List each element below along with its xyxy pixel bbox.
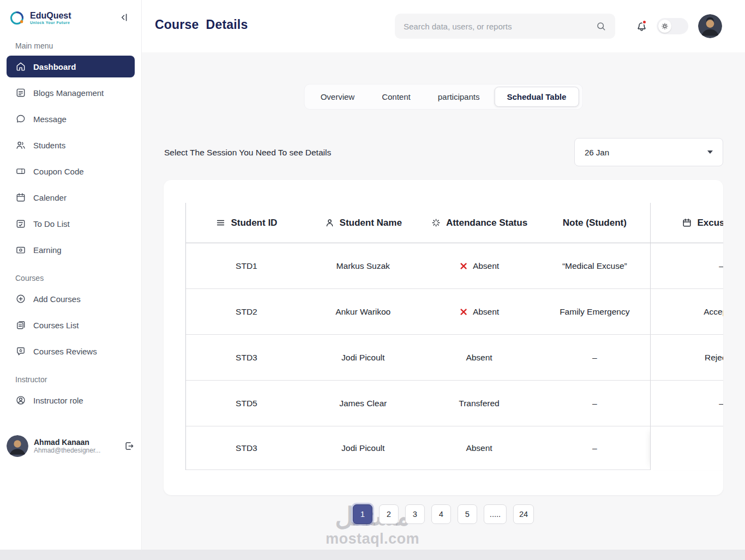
instructor-icon xyxy=(15,395,26,406)
student-name-cell: James Clear xyxy=(307,381,419,426)
tab-content[interactable]: Content xyxy=(369,87,423,107)
student-id-cell: STD5 xyxy=(186,381,307,426)
sidebar-item-label: Instructor role xyxy=(33,396,83,405)
attendance-status-cell: Absent xyxy=(419,335,539,381)
note-cell: – xyxy=(539,426,650,470)
excuse-status-cell: – xyxy=(650,381,723,426)
column-header-student-name: Student Name xyxy=(307,203,419,243)
search-icon[interactable] xyxy=(596,21,606,32)
sidebar-item-label: Calender xyxy=(33,193,67,202)
tab-participants[interactable]: participants xyxy=(425,87,492,107)
topbar: Course Details xyxy=(142,0,745,52)
sidebar-item-dashboard[interactable]: Dashboard xyxy=(7,56,135,77)
page-button-1[interactable]: 1 xyxy=(353,504,372,524)
table-row: STD2 Ankur Warikoo Absent Family Emergen… xyxy=(186,289,723,335)
page-button-2[interactable]: 2 xyxy=(379,504,399,524)
page-button-5[interactable]: 5 xyxy=(458,504,477,524)
message-icon xyxy=(15,113,26,124)
excuse-status-cell: – xyxy=(650,243,723,289)
table-row: STD3 Jodi Picoult Absent – Rejected xyxy=(186,335,723,381)
excuse-status-cell: Rejected xyxy=(650,335,723,381)
calendar-icon xyxy=(682,218,692,228)
sidebar-item-students[interactable]: Students xyxy=(7,134,135,156)
sidebar-item-label: Blogs Management xyxy=(33,88,104,98)
column-header-note: Note (Student) xyxy=(539,203,650,243)
sidebar-item-label: Courses Reviews xyxy=(33,347,97,356)
sidebar-item-label: Message xyxy=(33,115,67,124)
sidebar-collapse-button[interactable] xyxy=(117,11,130,24)
eduquest-logo-icon xyxy=(9,10,25,26)
courses-list-icon xyxy=(15,320,26,330)
sidebar-item-label: Dashboard xyxy=(33,62,76,71)
sidebar-item-coupon-code[interactable]: Coupon Code xyxy=(7,160,135,182)
sidebar-item-add-courses[interactable]: Add Courses xyxy=(7,288,135,310)
attendance-status-cell: Transfered xyxy=(419,381,539,426)
theme-toggle[interactable] xyxy=(657,18,688,34)
note-cell: Family Emergency xyxy=(539,289,650,335)
todo-list-icon xyxy=(15,218,26,229)
coupon-icon xyxy=(15,166,26,177)
sidebar-item-calender[interactable]: Calender xyxy=(7,186,135,208)
brand-tagline: Unlock Your Future xyxy=(30,21,71,25)
earning-icon xyxy=(15,244,26,255)
attendance-status-cell: Absent xyxy=(419,243,539,289)
attendance-status-cell: Absent xyxy=(419,426,539,470)
selected-session-date: 26 Jan xyxy=(585,148,609,157)
user-name: Ahmad Kanaan xyxy=(34,438,100,447)
tab-schedual-table[interactable]: Schedual Table xyxy=(494,87,579,107)
section-label-courses: Courses xyxy=(0,265,141,288)
section-label-instructor: Instructor xyxy=(0,366,141,389)
student-name-cell: Jodi Picoult xyxy=(307,335,419,381)
search-bar xyxy=(395,14,615,39)
note-cell: – xyxy=(539,381,650,426)
sidebar-item-label: To Do List xyxy=(33,219,70,228)
logout-button[interactable] xyxy=(124,441,135,451)
calendar-icon xyxy=(15,192,26,203)
student-name-cell: Ankur Warikoo xyxy=(307,289,419,335)
student-id-cell: STD2 xyxy=(186,289,307,335)
session-date-select[interactable]: 26 Jan xyxy=(574,138,723,166)
tab-overview[interactable]: Overview xyxy=(308,87,368,107)
table-row: STD3 Jodi Picoult Absent – xyxy=(186,426,723,470)
page-button-3[interactable]: 3 xyxy=(405,504,425,524)
courses-nav: Add Courses Courses List Courses Reviews xyxy=(0,288,141,362)
sidebar-user[interactable]: Ahmad Kanaan Ahmad@thedesigner... xyxy=(7,435,135,457)
student-id-cell: STD3 xyxy=(186,335,307,381)
sidebar-item-instructor-role[interactable]: Instructor role xyxy=(7,389,135,411)
pagination: 1 2 3 4 5 ..... 24 xyxy=(353,504,534,524)
sidebar-item-blogs-management[interactable]: Blogs Management xyxy=(7,82,135,104)
sidebar-item-to-do-list[interactable]: To Do List xyxy=(7,213,135,234)
student-name-cell: Jodi Picoult xyxy=(307,426,419,470)
attendance-status-cell: Absent xyxy=(419,289,539,335)
user-email: Ahmad@thedesigner... xyxy=(34,447,100,454)
column-header-excuse-status: Excuse Status xyxy=(650,203,723,243)
notifications-button[interactable] xyxy=(630,15,652,37)
bottom-strip xyxy=(0,550,745,560)
page-button-4[interactable]: 4 xyxy=(431,504,451,524)
sidebar-item-label: Earning xyxy=(33,245,62,255)
search-input[interactable] xyxy=(404,22,596,31)
page-button-ellipsis[interactable]: ..... xyxy=(484,504,507,524)
sidebar-item-earning[interactable]: Earning xyxy=(7,239,135,261)
main-content: Overview Content participants Schedual T… xyxy=(142,52,745,550)
page-button-24[interactable]: 24 xyxy=(513,504,534,524)
header-user-avatar[interactable] xyxy=(698,14,722,38)
add-circle-icon xyxy=(15,293,26,304)
home-icon xyxy=(15,61,26,72)
column-header-attendance-status: Attendance Status xyxy=(419,203,539,243)
excuse-status-cell xyxy=(650,426,723,470)
logout-icon xyxy=(124,441,135,451)
absent-x-icon xyxy=(459,308,468,316)
sidebar-item-courses-list[interactable]: Courses List xyxy=(7,314,135,336)
sun-icon xyxy=(660,22,669,31)
sidebar-item-courses-reviews[interactable]: Courses Reviews xyxy=(7,340,135,362)
column-header-student-id: Student ID xyxy=(186,203,307,243)
main-menu-nav: Dashboard Blogs Management Message Stude… xyxy=(0,56,141,261)
page-title: Course Details xyxy=(155,17,248,32)
absent-x-icon xyxy=(459,262,468,270)
students-icon xyxy=(15,140,26,150)
excuse-status-cell: Accepted xyxy=(650,289,723,335)
sidebar-item-message[interactable]: Message xyxy=(7,108,135,130)
person-icon xyxy=(325,218,335,228)
instructor-nav: Instructor role xyxy=(0,389,141,411)
